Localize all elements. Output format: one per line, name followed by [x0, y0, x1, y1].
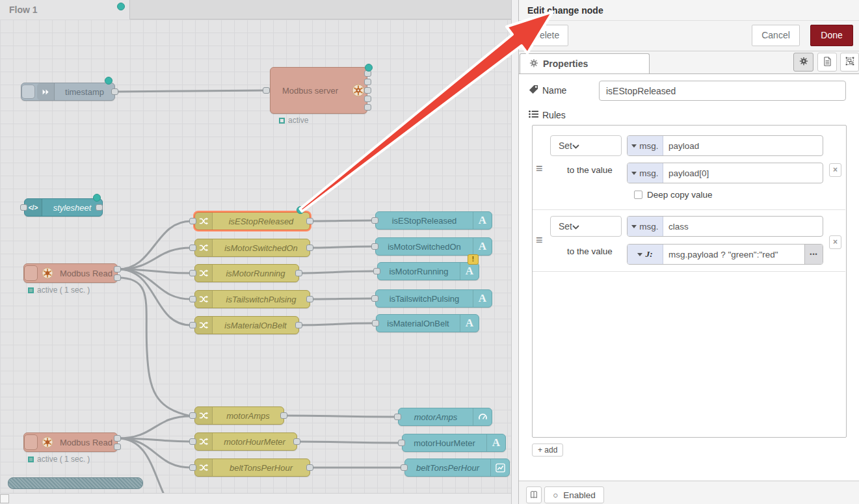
port[interactable]	[189, 270, 196, 276]
done-button[interactable]: Done	[810, 25, 853, 46]
port[interactable]	[189, 296, 196, 302]
inject-node-timestamp[interactable]: timestamp	[21, 83, 115, 101]
change-node-isMotorSwitchedOn[interactable]: isMotorSwitchedOn	[194, 239, 310, 257]
port[interactable]	[394, 414, 401, 420]
ui-node-isMotorSwitchedOn[interactable]: isMotorSwitchedOn A	[375, 237, 492, 256]
drag-handle-icon[interactable]: ≡	[536, 164, 543, 173]
port[interactable]	[372, 320, 379, 326]
port[interactable]	[373, 268, 380, 274]
enabled-toggle-button[interactable]: ○ Enabled	[544, 486, 604, 503]
port[interactable]	[364, 87, 371, 94]
modbus-read-node-2[interactable]: Modbus Read	[23, 432, 118, 452]
rule1-value-input[interactable]: msg. payload[0]	[627, 163, 823, 183]
deep-copy-checkbox[interactable]	[634, 191, 642, 199]
inject-button[interactable]	[21, 85, 35, 99]
rule2-property-input[interactable]: msg. class	[627, 216, 823, 237]
rule1-action-select[interactable]: Set	[550, 135, 622, 156]
port[interactable]	[398, 440, 405, 446]
port[interactable]	[306, 464, 313, 471]
ui-node-beltTonsPerHour[interactable]: beltTonsPerHour	[404, 458, 510, 477]
text-icon: A	[473, 212, 492, 229]
ellipsis-icon[interactable]: •••	[804, 245, 823, 264]
port[interactable]	[401, 464, 408, 471]
port[interactable]	[371, 217, 378, 224]
cancel-button[interactable]: Cancel	[752, 25, 800, 46]
drag-handle-icon[interactable]: ≡	[536, 235, 543, 245]
port[interactable]	[364, 79, 371, 85]
description-icon-button[interactable]	[817, 53, 837, 72]
port[interactable]	[189, 464, 196, 471]
port[interactable]	[364, 104, 371, 111]
book-icon[interactable]	[526, 486, 542, 503]
enabled-label: Enabled	[563, 490, 596, 500]
horizontal-scrollbar[interactable]	[8, 477, 143, 489]
port[interactable]	[189, 438, 196, 445]
shuffle-icon	[195, 291, 213, 308]
ui-node-isMaterialOnBelt[interactable]: isMaterialOnBelt A	[376, 314, 479, 332]
port[interactable]	[20, 204, 27, 211]
close-icon[interactable]: ×	[829, 163, 841, 177]
object-group-icon	[845, 57, 854, 68]
port[interactable]	[280, 412, 287, 419]
tab-properties[interactable]: Properties	[520, 53, 650, 73]
port[interactable]	[114, 435, 121, 442]
close-icon[interactable]: ×	[829, 235, 841, 249]
port[interactable]	[114, 444, 121, 450]
inject-button[interactable]	[24, 265, 38, 281]
change-node-isMaterialOnBelt[interactable]: isMaterialOnBelt	[194, 316, 299, 334]
delete-button[interactable]: Delete	[524, 25, 568, 46]
template-node-stylesheet[interactable]: </> stylesheet	[24, 198, 103, 217]
modbus-server-node[interactable]: Modbus server	[270, 67, 367, 114]
add-rule-button[interactable]: + add	[532, 444, 563, 457]
port[interactable]	[295, 322, 302, 328]
port[interactable]	[293, 438, 300, 445]
change-node-isMotorRunning[interactable]: isMotorRunning	[194, 264, 299, 282]
port[interactable]	[371, 243, 378, 250]
port[interactable]	[189, 218, 196, 224]
rule2-action-select[interactable]: Set	[550, 216, 622, 237]
ui-node-motorAmps[interactable]: motorAmps	[398, 408, 492, 426]
expression-type-select[interactable]: J:	[628, 245, 663, 264]
properties-icon-button[interactable]	[793, 53, 813, 72]
port[interactable]	[111, 88, 118, 95]
type-select[interactable]: msg.	[628, 163, 663, 183]
status-icon	[279, 118, 285, 124]
modbus-read-node-1[interactable]: Modbus Read	[23, 263, 118, 283]
change-node-motorHourMeter[interactable]: motorHourMeter	[194, 432, 297, 451]
rule2-value-input[interactable]: J: msg.payload ? "green":"red" •••	[627, 244, 823, 265]
port[interactable]	[295, 270, 302, 276]
zoom-icon[interactable]	[0, 494, 9, 503]
panel-footer: ○ Enabled	[519, 481, 859, 504]
port[interactable]	[114, 266, 121, 272]
document-icon	[823, 57, 832, 68]
ui-node-motorHourMeter[interactable]: motorHourMeter A	[402, 434, 506, 452]
change-node-isEStopReleased[interactable]: isEStopReleased	[194, 212, 310, 230]
rule1-property-input[interactable]: msg. payload	[627, 135, 823, 156]
changed-dot	[105, 77, 112, 85]
port[interactable]	[371, 295, 378, 302]
port[interactable]	[189, 412, 196, 419]
port[interactable]	[189, 245, 196, 251]
port[interactable]	[114, 274, 121, 281]
name-input[interactable]: isEStopReleased	[599, 81, 846, 101]
port[interactable]	[96, 204, 103, 211]
change-node-motorAmps[interactable]: motorAmps	[194, 406, 284, 425]
port[interactable]	[306, 218, 313, 224]
vertical-scrollbar[interactable]	[511, 0, 518, 504]
port[interactable]	[189, 322, 196, 328]
type-select[interactable]: msg.	[628, 217, 663, 236]
ui-node-isMotorRunning[interactable]: isMotorRunning A	[377, 262, 479, 280]
change-node-isTailswitchPulsing[interactable]: isTailswitchPulsing	[194, 290, 310, 308]
gauge-icon	[473, 408, 492, 425]
node-label: motorAmps	[399, 412, 473, 422]
port[interactable]	[306, 296, 313, 302]
port[interactable]	[306, 245, 313, 251]
port[interactable]	[263, 87, 270, 94]
change-node-beltTonsPerHour[interactable]: beltTonsPerHour	[194, 458, 310, 477]
inject-button[interactable]	[24, 434, 38, 450]
port[interactable]	[364, 96, 371, 102]
type-select[interactable]: msg.	[628, 136, 663, 155]
ui-node-isTailswitchPulsing[interactable]: isTailswitchPulsing A	[375, 289, 492, 308]
appearance-icon-button[interactable]	[840, 53, 859, 72]
ui-node-isEStopReleased[interactable]: isEStopReleased A	[375, 211, 492, 230]
